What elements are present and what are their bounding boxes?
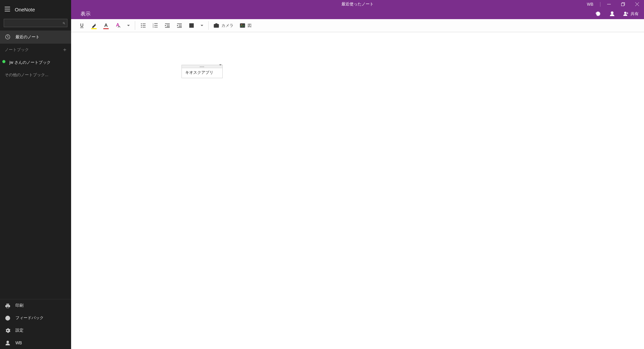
app-title: OneNote	[15, 7, 35, 12]
titlebar: 最近使ったノート WB	[71, 0, 644, 8]
clock-icon	[5, 34, 11, 40]
picture-button[interactable]	[237, 19, 247, 32]
search-icon	[63, 21, 65, 25]
svg-point-16	[141, 23, 142, 24]
feedback-item[interactable]: フィードバック	[0, 312, 71, 324]
format-more-button[interactable]	[124, 19, 133, 32]
sidebar-header: OneNote	[0, 0, 71, 19]
outdent-button[interactable]	[161, 19, 173, 32]
tab-view[interactable]: 表示	[71, 8, 100, 19]
resize-handle-icon[interactable]: ◂▸	[219, 63, 222, 66]
person-icon	[5, 340, 11, 346]
svg-rect-30	[167, 26, 170, 27]
svg-point-40	[241, 24, 242, 26]
svg-rect-21	[143, 27, 146, 27]
gear-icon	[5, 328, 11, 333]
svg-rect-31	[165, 27, 170, 28]
camera-label[interactable]: カメラ	[221, 23, 233, 29]
share-label: 共有	[631, 11, 639, 17]
tabbar-right: 共有	[592, 8, 644, 19]
svg-point-5	[7, 317, 7, 317]
svg-point-6	[8, 317, 9, 317]
account-button[interactable]	[606, 8, 618, 19]
settings-item[interactable]: 設定	[0, 324, 71, 337]
svg-text:3: 3	[153, 26, 154, 28]
highlight-button[interactable]	[88, 19, 100, 32]
svg-point-18	[141, 27, 142, 28]
svg-rect-33	[179, 25, 182, 25]
close-button[interactable]	[630, 0, 644, 8]
todo-button[interactable]	[185, 19, 198, 32]
share-button[interactable]: 共有	[621, 8, 641, 19]
svg-rect-29	[167, 25, 170, 25]
svg-point-17	[141, 25, 142, 26]
titlebar-separator	[600, 2, 600, 7]
sidebar: OneNote 最近のノート ノートブック ＋ jw さんのノートブック その他…	[0, 0, 71, 349]
svg-point-38	[215, 25, 217, 27]
notebook-item[interactable]: jw さんのノートブック	[0, 56, 71, 69]
main: 最近使ったノート WB 表示 共有	[71, 0, 644, 349]
nav-recent-label: 最近のノート	[15, 34, 40, 40]
note-text[interactable]: キオスクアプリ	[182, 68, 222, 78]
text-container-handle[interactable]: •••• ◂▸	[182, 65, 222, 68]
drag-dots-icon: ••••	[200, 65, 205, 68]
search-box[interactable]	[4, 19, 67, 27]
svg-rect-25	[154, 23, 158, 24]
section-notebooks: ノートブック ＋	[0, 43, 71, 56]
print-label: 印刷	[15, 303, 23, 308]
svg-point-7	[7, 341, 9, 343]
svg-rect-27	[154, 27, 158, 27]
svg-point-13	[625, 12, 626, 14]
text-container[interactable]: •••• ◂▸ キオスクアプリ	[181, 65, 223, 78]
svg-point-4	[6, 316, 10, 320]
window-title: 最近使ったノート	[341, 1, 374, 7]
numbered-list-button[interactable]: 123	[149, 19, 161, 32]
highlight-color-swatch	[91, 28, 97, 29]
search-input[interactable]	[6, 19, 63, 27]
print-item[interactable]: 印刷	[0, 299, 71, 312]
svg-rect-28	[165, 23, 170, 24]
notebooks-label: ノートブック	[5, 47, 29, 53]
bullet-list-button[interactable]	[137, 19, 149, 32]
camera-button[interactable]	[211, 19, 221, 32]
svg-rect-20	[143, 25, 146, 26]
svg-rect-19	[143, 23, 146, 24]
svg-point-12	[611, 12, 613, 14]
svg-rect-9	[621, 3, 624, 6]
svg-rect-39	[240, 23, 245, 28]
print-icon	[5, 303, 11, 308]
svg-rect-35	[177, 27, 182, 28]
sidebar-bottom: 印刷 フィードバック 設定 WB	[0, 299, 71, 349]
svg-rect-0	[5, 7, 10, 7]
separator	[135, 21, 135, 30]
font-color-button[interactable]	[100, 19, 112, 32]
svg-rect-32	[177, 23, 182, 24]
add-notebook-button[interactable]: ＋	[62, 46, 67, 53]
font-color-swatch	[103, 28, 109, 29]
underline-button[interactable]	[76, 19, 88, 32]
settings-label: 設定	[15, 328, 23, 333]
tabbar: 表示 共有	[71, 8, 644, 19]
hamburger-icon[interactable]	[5, 7, 10, 12]
picture-label[interactable]: 図	[248, 23, 252, 29]
svg-rect-2	[5, 11, 10, 11]
nav-recent-notes[interactable]: 最近のノート	[0, 31, 71, 43]
maximize-button[interactable]	[616, 0, 630, 8]
minimize-button[interactable]	[602, 0, 616, 8]
svg-rect-34	[179, 26, 182, 27]
list-more-button[interactable]	[198, 19, 206, 32]
clear-format-button[interactable]	[112, 19, 124, 32]
undo-button[interactable]	[592, 8, 603, 19]
svg-rect-1	[5, 9, 10, 9]
feedback-label: フィードバック	[15, 315, 44, 321]
svg-rect-26	[154, 25, 158, 26]
titlebar-right: WB	[582, 0, 644, 8]
account-item[interactable]: WB	[0, 337, 71, 349]
other-notebooks-link[interactable]: その他のノートブック...	[0, 69, 71, 81]
indent-button[interactable]	[173, 19, 185, 32]
note-canvas[interactable]: •••• ◂▸ キオスクアプリ	[71, 32, 644, 349]
user-initials[interactable]: WB	[582, 2, 599, 7]
search-wrap	[0, 19, 71, 31]
account-label: WB	[15, 341, 22, 345]
feedback-icon	[5, 315, 11, 321]
